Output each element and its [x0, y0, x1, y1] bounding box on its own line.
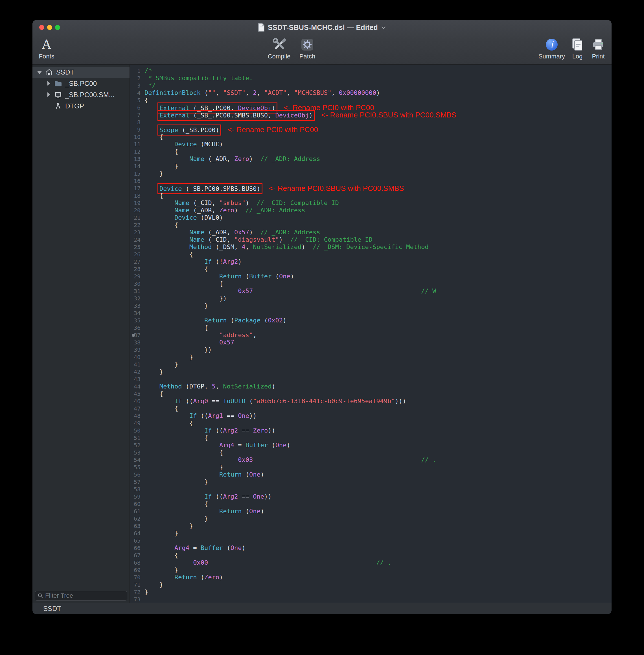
code-token — [144, 105, 159, 112]
code-token: Zero — [204, 574, 219, 581]
line-number: 40 — [130, 354, 144, 361]
document-proxy-icon[interactable] — [258, 23, 265, 31]
code-token: Package — [234, 317, 260, 324]
code-token: (MCHC) — [197, 141, 223, 148]
code-text: /* — [144, 67, 152, 74]
code-token — [144, 214, 175, 221]
compile-tools-icon — [272, 37, 286, 52]
code-line-60: 60 { — [130, 500, 612, 507]
code-token: "address" — [219, 332, 253, 339]
code-line-59: 59 If ((Arg2 == One)) — [130, 493, 612, 500]
code-line-49: 49 { — [130, 420, 612, 427]
disclosure-right-icon[interactable] — [45, 91, 52, 98]
code-token: (_DSM, — [212, 243, 242, 250]
code-line-62: 62 } — [130, 515, 612, 522]
code-text: Return (Zero) — [144, 574, 223, 581]
patch-button[interactable]: Patch — [294, 37, 320, 60]
code-token: ( — [268, 442, 275, 449]
code-line-12: 12 { — [130, 148, 612, 155]
sidebar-item-ssdt[interactable]: SSDT — [32, 67, 130, 78]
fonts-button[interactable]: A Fonts — [35, 37, 59, 60]
code-line-18: 18 { — [130, 192, 612, 199]
code-token: Buffer — [201, 544, 223, 551]
code-token: /* — [144, 67, 152, 74]
code-token: ) — [238, 258, 242, 265]
code-token: One — [231, 544, 242, 551]
code-line-22: 22 { — [130, 221, 612, 229]
code-token — [144, 112, 159, 119]
code-token: ( — [227, 317, 234, 324]
sidebar-item-label: SSDT — [56, 68, 74, 76]
line-number: 70 — [130, 574, 144, 581]
filter-tree-input[interactable] — [45, 592, 124, 600]
toolbar-right-group: i Summary Log — [538, 37, 607, 60]
sidebar-item-dtgp[interactable]: DTGP — [32, 100, 130, 112]
summary-button[interactable]: i Summary — [538, 37, 565, 60]
code-editor[interactable]: 1/*2 * SMBus compatibility table.3 */4De… — [130, 65, 612, 603]
code-line-55: 55 } — [130, 464, 612, 471]
code-token: ( — [272, 273, 279, 280]
code-text: } — [144, 478, 208, 485]
code-line-43: 43 — [130, 376, 612, 383]
code-token: ) — [249, 155, 260, 162]
sidebar-item-sb-pc00[interactable]: _SB.PC00 — [32, 78, 130, 89]
code-token: ) — [260, 471, 264, 478]
code-token: } — [144, 522, 193, 529]
highlight-box: External (_SB_.PC00.SMBS.BUS0, DeviceObj… — [159, 112, 313, 119]
line-number: 35 — [130, 317, 144, 324]
code-token: 0x57 — [238, 288, 253, 294]
code-token: (( — [212, 493, 223, 500]
code-line-1: 1/* — [130, 67, 612, 74]
code-text: "address", — [144, 332, 256, 339]
code-line-24: 24 Name (_CID, "diagsvault") // _CID: Co… — [130, 236, 612, 243]
filter-field — [35, 591, 127, 601]
folder-icon — [53, 80, 63, 87]
code-token: If — [204, 258, 212, 265]
line-number: 28 — [130, 265, 144, 273]
disclosure-spacer — [45, 103, 52, 110]
code-text: { — [144, 192, 163, 199]
print-button[interactable]: Print — [590, 37, 607, 60]
minimize-button[interactable] — [47, 25, 52, 30]
code-token: Return — [219, 273, 242, 280]
code-token: } — [144, 588, 148, 595]
code-line-65: 65 — [130, 537, 612, 544]
line-number: 72 — [130, 588, 144, 596]
chevron-down-icon[interactable] — [381, 26, 386, 30]
code-text: Device (MCHC) — [144, 141, 223, 148]
code-token: // _DSM: Device-Specific Method — [313, 243, 429, 250]
code-text: } — [144, 522, 193, 529]
line-number: 73 — [130, 596, 144, 603]
code-token: } — [144, 368, 163, 375]
code-token — [144, 332, 219, 339]
code-text: Return (Package (0x02) — [144, 317, 286, 324]
titlebar[interactable]: SSDT-SBUS-MCHC.dsl — Edited — [32, 20, 612, 35]
code-token: }) — [144, 295, 227, 302]
log-button[interactable]: Log — [569, 37, 586, 60]
code-line-48: 48 If ((Arg1 == One)) — [130, 412, 612, 420]
line-number: 31 — [130, 288, 144, 295]
code-token: 0x57 — [234, 229, 249, 236]
code-token — [144, 427, 204, 434]
fonts-icon: A — [42, 37, 51, 52]
zoom-button[interactable] — [55, 25, 60, 30]
code-token: "ACDT" — [264, 89, 286, 96]
code-line-30: 30 { — [130, 280, 612, 288]
code-token: // _CID: Compatible ID — [291, 236, 372, 243]
line-number: 2 — [130, 74, 144, 82]
code-text: }) — [144, 295, 227, 302]
code-text: { — [144, 265, 208, 273]
sidebar-item-sb-pc00-sm[interactable]: _SB.PC00.SM... — [32, 89, 130, 100]
disclosure-right-icon[interactable] — [45, 80, 52, 87]
code-token: , — [256, 89, 264, 96]
disclosure-down-icon[interactable] — [37, 69, 43, 76]
compile-button[interactable]: Compile — [266, 37, 292, 60]
code-token: 0x00000000 — [339, 89, 376, 96]
code-token: (( — [182, 398, 193, 405]
line-number: 10 — [130, 133, 144, 141]
code-line-29: 29 Return (Buffer (One) — [130, 273, 612, 280]
code-token — [144, 127, 159, 134]
code-token: ) — [291, 273, 294, 280]
close-button[interactable] — [39, 25, 44, 30]
code-token: ) — [272, 105, 275, 112]
